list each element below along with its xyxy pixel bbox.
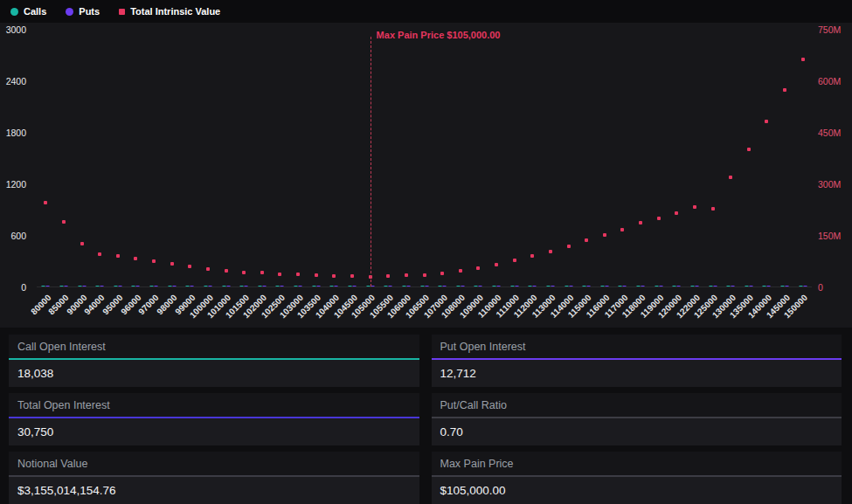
bar-group <box>619 286 627 287</box>
call-bar <box>493 286 496 287</box>
intrinsic-value-dot <box>765 120 768 123</box>
call-bar <box>59 286 63 287</box>
right-y-axis-tick: 450M <box>818 128 841 138</box>
put-bar <box>155 286 158 287</box>
max-pain-label: Max Pain Price $105,000.00 <box>377 30 501 40</box>
call-bar <box>709 286 712 287</box>
put-bar <box>335 286 338 287</box>
call-bar <box>294 286 298 287</box>
put-bar <box>82 286 86 287</box>
intrinsic-value-dot <box>476 266 480 270</box>
call-bar <box>619 286 622 287</box>
call-bar <box>546 286 550 287</box>
call-bar <box>150 286 154 287</box>
bar-group <box>439 286 447 287</box>
call-bar <box>565 286 568 287</box>
calls-legend-dot-icon <box>10 8 18 16</box>
intrinsic-value-dot <box>278 273 281 276</box>
call-bar <box>258 286 261 287</box>
intrinsic-value-dot <box>206 267 210 271</box>
bar-group <box>96 286 104 287</box>
put-bar <box>172 286 176 287</box>
intrinsic-value-dot <box>152 259 156 263</box>
intrinsic-value-dot <box>44 201 47 204</box>
intrinsic-value-dot <box>530 254 534 258</box>
bar-group <box>781 286 789 287</box>
stat-notional-value: Notional Value$3,155,014,154.76 <box>9 452 419 504</box>
call-bar <box>510 286 514 287</box>
intrinsic-value-dot <box>296 273 300 276</box>
call-bar <box>600 286 604 287</box>
put-bar <box>497 286 501 287</box>
intrinsic-value-dot <box>188 265 191 268</box>
put-bar <box>208 286 211 287</box>
bar-group <box>745 286 752 287</box>
call-bar <box>240 286 244 287</box>
call-bar <box>42 286 45 287</box>
intrinsic-value-dot <box>134 257 137 260</box>
left-y-axis-tick: 600 <box>10 231 26 241</box>
intrinsic-value-dot <box>242 271 246 274</box>
legend-item-calls[interactable]: Calls <box>10 6 46 17</box>
bar-group <box>78 286 86 287</box>
call-bar <box>745 286 748 287</box>
put-bar <box>641 286 645 287</box>
call-bar <box>420 286 424 287</box>
stat-call-open-interest: Call Open Interest18,038 <box>9 335 419 387</box>
put-bar <box>118 286 121 287</box>
intrinsic-value-dot <box>657 217 661 220</box>
call-bar <box>96 286 100 287</box>
stat-value: $105,000.00 <box>432 477 842 504</box>
bar-group <box>240 286 248 287</box>
put-bar <box>352 286 356 287</box>
legend-item-puts[interactable]: Puts <box>66 6 100 17</box>
legend-intrinsic-label: Total Intrinsic Value <box>130 6 220 17</box>
bar-group <box>168 286 176 287</box>
intrinsic-value-dot <box>711 207 715 211</box>
intrinsic-value-dot <box>260 271 264 274</box>
put-bar <box>623 286 627 287</box>
plot-area: Max Pain Price $105,000.00 <box>37 30 812 287</box>
put-bar <box>786 286 789 287</box>
put-bar <box>46 286 50 287</box>
call-bar <box>529 286 532 287</box>
put-bar <box>406 286 410 287</box>
intrinsic-value-dot <box>549 250 552 253</box>
intrinsic-value-dot <box>693 205 696 209</box>
right-y-axis: 0150M300M450M600M750M <box>814 30 852 287</box>
intrinsic-value-dot <box>675 211 678 215</box>
call-bar <box>132 286 135 287</box>
call-bar <box>673 286 676 287</box>
put-bar <box>677 286 681 287</box>
put-bar <box>659 286 662 287</box>
stat-label: Notional Value <box>9 452 419 475</box>
put-bar <box>64 286 67 287</box>
stat-value: 0.70 <box>432 418 842 445</box>
call-bar <box>168 286 171 287</box>
intrinsic-legend-square-icon <box>119 9 125 15</box>
legend-puts-label: Puts <box>79 6 100 17</box>
stats-grid: Call Open Interest18,038Put Open Interes… <box>9 335 842 504</box>
put-bar <box>731 286 735 287</box>
options-chart-panel: Calls Puts Total Intrinsic Value 0600120… <box>0 0 852 328</box>
intrinsic-value-dot <box>729 176 732 179</box>
call-bar <box>114 286 117 287</box>
put-bar <box>371 286 374 287</box>
intrinsic-value-dot <box>170 262 174 266</box>
put-bar <box>515 286 518 287</box>
intrinsic-value-dot <box>783 88 786 92</box>
bar-group <box>348 286 356 287</box>
left-y-axis-tick: 1800 <box>6 128 26 138</box>
bar-group <box>655 286 662 287</box>
bar-group <box>709 286 717 287</box>
legend-item-intrinsic[interactable]: Total Intrinsic Value <box>119 6 220 17</box>
put-bar <box>190 286 194 287</box>
call-bar <box>727 286 731 287</box>
call-bar <box>799 286 802 287</box>
right-y-axis-tick: 300M <box>818 180 841 190</box>
bar-group <box>799 286 807 287</box>
bar-group <box>474 286 482 287</box>
bar-group <box>420 286 428 287</box>
intrinsic-value-dot <box>639 221 642 224</box>
left-y-axis-tick: 2400 <box>6 77 26 86</box>
